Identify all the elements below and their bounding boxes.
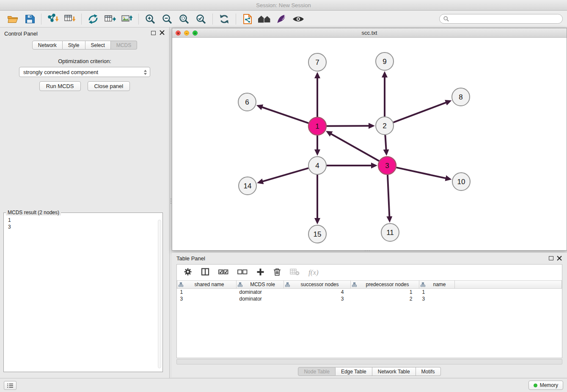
table-row[interactable]: 3dominator323 bbox=[177, 295, 562, 302]
column-header-name[interactable]: name bbox=[419, 281, 455, 289]
graph-edge-2-8[interactable] bbox=[394, 102, 446, 122]
tab-select[interactable]: Select bbox=[85, 41, 111, 50]
graph-node-10[interactable]: 10 bbox=[452, 173, 470, 190]
minimize-window-icon[interactable]: − bbox=[184, 30, 189, 36]
criterion-dropdown[interactable]: strongly connected component bbox=[19, 67, 150, 77]
apply-style-icon[interactable] bbox=[273, 12, 290, 26]
refresh-layout-icon[interactable] bbox=[216, 12, 233, 26]
zoom-in-icon[interactable] bbox=[142, 12, 159, 26]
export-image-icon[interactable] bbox=[118, 12, 135, 26]
table-cell[interactable]: 3 bbox=[284, 295, 351, 302]
select-all-columns-icon[interactable] bbox=[218, 268, 228, 276]
open-session-icon[interactable] bbox=[4, 12, 21, 26]
table-options-icon[interactable] bbox=[184, 268, 192, 277]
table-cell[interactable]: 2 bbox=[351, 295, 419, 302]
tab-network-table[interactable]: Network Table bbox=[372, 367, 416, 376]
export-table-icon[interactable] bbox=[102, 12, 118, 26]
graph-node-1[interactable]: 1 bbox=[308, 117, 326, 135]
home-icon[interactable] bbox=[256, 12, 273, 26]
tab-edge-table[interactable]: Edge Table bbox=[336, 367, 372, 376]
svg-text:7: 7 bbox=[315, 58, 319, 66]
import-network-icon[interactable] bbox=[44, 12, 61, 26]
tab-style[interactable]: Style bbox=[63, 41, 85, 50]
control-panel-title: Control Panel bbox=[4, 30, 38, 37]
export-network-icon[interactable] bbox=[85, 12, 102, 26]
column-header-successor-nodes[interactable]: successor nodes bbox=[284, 281, 351, 289]
delete-columns-icon[interactable] bbox=[273, 268, 281, 277]
tab-motifs[interactable]: Motifs bbox=[416, 367, 441, 376]
graph-node-14[interactable]: 14 bbox=[239, 177, 256, 195]
splitter-handle-horizontal[interactable] bbox=[362, 249, 373, 251]
table-horizontal-scrollbar[interactable] bbox=[176, 359, 562, 364]
column-header-shared-name[interactable]: shared name bbox=[177, 281, 237, 289]
zoom-selected-icon[interactable] bbox=[193, 12, 209, 26]
export-to-web-icon[interactable] bbox=[239, 12, 256, 26]
graph-node-4[interactable]: 4 bbox=[308, 157, 326, 174]
column-header-mcds-role[interactable]: MCDS role bbox=[237, 281, 284, 289]
import-table-icon[interactable] bbox=[61, 12, 78, 26]
graph-edge-2-3[interactable] bbox=[385, 135, 386, 150]
close-panel-icon[interactable] bbox=[160, 30, 165, 35]
table-cell[interactable]: 1 bbox=[419, 289, 455, 295]
memory-button[interactable]: Memory bbox=[528, 381, 563, 390]
tab-network[interactable]: Network bbox=[32, 41, 63, 50]
table-cell[interactable]: dominator bbox=[237, 295, 284, 302]
control-panel: Control Panel NetworkStyleSelectMCDS Opt… bbox=[0, 28, 170, 378]
node-table: shared nameMCDS rolesuccessor nodesprede… bbox=[177, 280, 562, 302]
float-table-panel-icon[interactable] bbox=[549, 256, 553, 260]
node-table-container: f(x) shared nameMCDS rolesuccessor nodes… bbox=[176, 264, 562, 358]
svg-text:8: 8 bbox=[459, 93, 462, 101]
table-cell[interactable]: dominator bbox=[237, 289, 284, 295]
toolbar-separator bbox=[138, 14, 139, 25]
graph-edge-3-11[interactable] bbox=[388, 175, 389, 217]
show-columns-icon[interactable] bbox=[201, 268, 209, 277]
tab-node-table[interactable]: Node Table bbox=[298, 367, 336, 376]
create-column-icon[interactable] bbox=[256, 268, 264, 277]
graph-node-6[interactable]: 6 bbox=[238, 93, 256, 111]
network-canvas[interactable]: 7968124314101511 bbox=[172, 38, 567, 250]
column-header-predecessor-nodes[interactable]: predecessor nodes bbox=[351, 281, 419, 289]
table-panel-header: Table Panel bbox=[172, 253, 567, 264]
table-cell[interactable]: 3 bbox=[177, 295, 237, 302]
table-cell[interactable]: 1 bbox=[177, 289, 237, 295]
unselect-all-columns-icon[interactable] bbox=[237, 268, 248, 276]
table-row[interactable]: 1dominator411 bbox=[177, 289, 562, 295]
search-field[interactable] bbox=[439, 14, 563, 24]
zoom-out-icon[interactable] bbox=[159, 12, 176, 26]
result-scrollbar[interactable] bbox=[158, 220, 161, 368]
graph-node-3[interactable]: 3 bbox=[378, 157, 396, 174]
task-history-button[interactable] bbox=[4, 381, 17, 390]
float-panel-icon[interactable] bbox=[151, 31, 156, 35]
svg-text:10: 10 bbox=[457, 178, 465, 186]
graph-node-9[interactable]: 9 bbox=[376, 52, 394, 70]
tab-mcds[interactable]: MCDS bbox=[111, 41, 137, 50]
show-hide-graphics-icon[interactable] bbox=[290, 12, 307, 26]
save-session-icon[interactable] bbox=[21, 12, 38, 26]
close-panel-button[interactable]: Close panel bbox=[88, 81, 130, 91]
close-window-icon[interactable]: ✕ bbox=[176, 30, 181, 36]
graph-edge-3-1[interactable] bbox=[331, 134, 379, 161]
graph-edge-4-14[interactable] bbox=[263, 168, 308, 182]
table-cell[interactable]: 4 bbox=[284, 289, 351, 295]
table-cell[interactable]: 3 bbox=[419, 295, 455, 302]
graph-node-11[interactable]: 11 bbox=[381, 224, 399, 241]
search-input[interactable] bbox=[451, 16, 559, 22]
graph-node-15[interactable]: 15 bbox=[308, 225, 326, 243]
graph-edge-1-6[interactable] bbox=[262, 107, 308, 123]
graph-node-2[interactable]: 2 bbox=[376, 117, 394, 135]
function-builder-icon[interactable]: f(x) bbox=[308, 268, 319, 277]
control-panel-header: Control Panel bbox=[0, 28, 169, 39]
run-mcds-button[interactable]: Run MCDS bbox=[39, 81, 81, 91]
svg-text:11: 11 bbox=[386, 229, 394, 237]
delete-table-icon[interactable] bbox=[290, 268, 300, 277]
zoom-fit-icon[interactable] bbox=[176, 12, 193, 26]
table-cell-filler bbox=[455, 289, 562, 295]
maximize-window-icon[interactable]: + bbox=[193, 30, 198, 36]
table-cell[interactable]: 1 bbox=[351, 289, 419, 295]
graph-edge-1-2[interactable] bbox=[327, 126, 369, 126]
graph-edge-3-10[interactable] bbox=[396, 168, 446, 178]
graph-node-7[interactable]: 7 bbox=[308, 53, 326, 71]
graph-node-8[interactable]: 8 bbox=[452, 88, 470, 106]
network-window-titlebar[interactable]: ✕ − + scc.txt bbox=[172, 28, 567, 38]
close-table-panel-icon[interactable] bbox=[557, 256, 562, 261]
